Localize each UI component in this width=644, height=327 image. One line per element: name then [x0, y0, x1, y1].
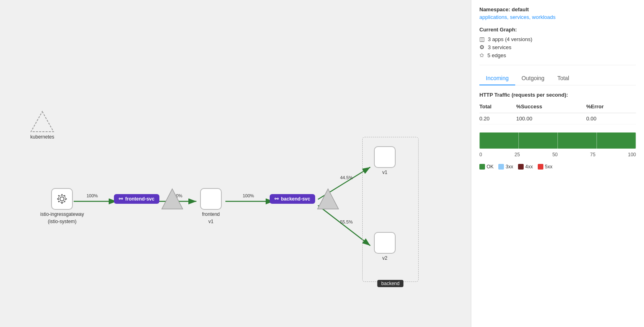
legend-4xx-label: 4xx: [525, 164, 533, 170]
istio-icon: [51, 188, 73, 210]
bar-ok: [479, 132, 636, 149]
backend-box-label: backend: [377, 280, 403, 287]
cell-total: 0.20: [479, 113, 516, 124]
table-row: 0.20 100.00 0.00: [479, 113, 636, 124]
kubernetes-node[interactable]: kubernetes: [30, 111, 54, 140]
legend-ok: OK: [479, 164, 493, 170]
col-success: %Success: [516, 102, 586, 113]
frontend-svc-badge[interactable]: ⚯ frontend-svc: [114, 194, 159, 204]
services-icon: ⚙: [479, 44, 485, 50]
backend-v1-node[interactable]: v1: [374, 146, 396, 175]
graph-area[interactable]: 100% 100% 100% 44.5% 55.5% kubernetes: [0, 0, 471, 327]
backend-v1-icon: [374, 146, 396, 168]
cell-error: 0.00: [586, 113, 636, 124]
backend-svc-label: backend-svc: [281, 196, 310, 202]
bar-axis: 0 25 50 75 100: [479, 152, 636, 159]
legend-5xx-label: 5xx: [545, 164, 553, 170]
col-total: Total: [479, 102, 516, 113]
chart-legend: OK 3xx 4xx 5xx: [479, 164, 636, 170]
apps-icon: ◫: [479, 36, 485, 42]
tab-incoming[interactable]: Incoming: [479, 72, 515, 85]
axis-50: 50: [552, 152, 557, 157]
backend-v2-icon: [374, 232, 396, 254]
svg-rect-9: [62, 194, 63, 196]
svg-rect-16: [64, 195, 66, 197]
backend-svc-icon: ⚯: [275, 196, 279, 202]
frontend-v1-label1: frontend: [202, 211, 220, 217]
svg-rect-12: [65, 199, 67, 200]
legend-ok-box: [479, 164, 485, 170]
backend-svc-badge[interactable]: ⚯ backend-svc: [270, 194, 315, 204]
axis-100: 100: [628, 152, 636, 157]
legend-ok-label: OK: [487, 164, 493, 170]
legend-3xx: 3xx: [498, 164, 513, 170]
grid-line-75: [597, 132, 597, 149]
istio-label2: (istio-system): [48, 219, 76, 224]
backend-v2-node[interactable]: v2: [374, 232, 396, 261]
svg-marker-17: [162, 189, 183, 209]
edge-label-1: 100%: [87, 193, 98, 198]
kubernetes-label: kubernetes: [30, 134, 54, 140]
axis-0: 0: [479, 152, 482, 157]
tab-total[interactable]: Total: [551, 72, 576, 85]
stat-edges: ✩ 5 edges: [479, 52, 636, 58]
grid-line-0: [479, 132, 480, 149]
backend-box: v1 v2 backend: [362, 137, 419, 282]
traffic-title: HTTP Traffic (requests per second):: [479, 92, 636, 98]
grid-line-100: [636, 132, 636, 149]
tab-outgoing[interactable]: Outgoing: [515, 72, 551, 85]
kubernetes-triangle-icon: [30, 111, 54, 132]
svg-point-7: [60, 197, 64, 201]
frontend-v1-label2: v1: [208, 219, 214, 224]
frontend-svc-node[interactable]: ⚯ frontend-svc: [114, 188, 184, 210]
backend-v2-label: v2: [382, 255, 388, 261]
frontend-svc-icon: ⚯: [119, 196, 123, 202]
istio-label1: istio-ingressgateway: [40, 211, 84, 217]
frontend-v1-node[interactable]: frontend v1: [200, 188, 222, 224]
axis-75: 75: [590, 152, 595, 157]
current-graph-title: Current Graph:: [479, 27, 636, 33]
bar-grid: [479, 132, 636, 149]
axis-25: 25: [514, 152, 520, 157]
stat-apps: ◫ 3 apps (4 versions): [479, 36, 636, 42]
edges-icon: ✩: [479, 52, 484, 58]
grid-line-25: [518, 132, 519, 149]
svg-rect-15: [58, 201, 60, 202]
edge-label-4: 44.5%: [340, 175, 353, 180]
stat-services: ⚙ 3 services: [479, 44, 636, 50]
backend-svc-node[interactable]: ⚯ backend-svc: [270, 188, 339, 210]
legend-4xx: 4xx: [518, 164, 533, 170]
col-error: %Error: [586, 102, 636, 113]
divider-1: [479, 65, 636, 65]
sidebar: Hide » Namespace: default applications, …: [471, 0, 644, 327]
namespace-links[interactable]: applications, services, workloads: [479, 14, 636, 20]
svg-marker-18: [318, 189, 339, 209]
istio-node[interactable]: istio-ingressgateway (istio-system): [40, 188, 84, 224]
traffic-tabs: Incoming Outgoing Total: [479, 72, 636, 85]
frontend-v1-icon: [200, 188, 222, 210]
svg-marker-6: [31, 112, 54, 132]
hide-tab[interactable]: Hide »: [471, 16, 471, 39]
backend-v1-label: v1: [382, 170, 388, 175]
legend-4xx-box: [518, 164, 524, 170]
bar-chart: 0 25 50 75 100: [479, 132, 636, 159]
traffic-table: Total %Success %Error 0.20 100.00 0.00: [479, 102, 636, 124]
namespace-label: Namespace: default: [479, 6, 636, 12]
legend-3xx-box: [498, 164, 504, 170]
cell-success: 100.00: [516, 113, 586, 124]
svg-rect-11: [57, 199, 59, 200]
legend-5xx-box: [538, 164, 543, 170]
grid-line-50: [557, 132, 558, 149]
legend-5xx: 5xx: [538, 164, 553, 170]
edge-label-5: 55.5%: [340, 219, 353, 224]
legend-3xx-label: 3xx: [506, 164, 513, 170]
backend-triangle-icon: [317, 188, 339, 210]
frontend-svc-label: frontend-svc: [125, 196, 155, 202]
frontend-triangle-icon: [161, 188, 184, 210]
edge-label-3: 100%: [243, 193, 254, 198]
svg-rect-10: [62, 202, 63, 204]
